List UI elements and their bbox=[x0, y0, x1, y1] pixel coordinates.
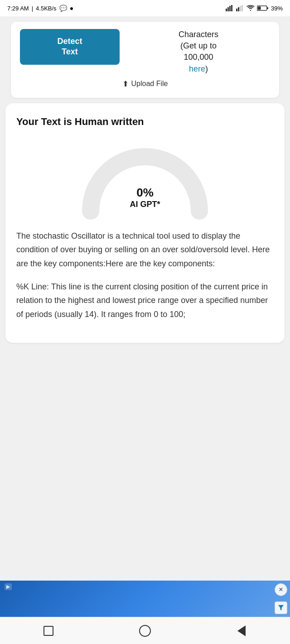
square-icon bbox=[44, 626, 53, 636]
battery-percent: 39% bbox=[271, 5, 283, 12]
top-card-inner: DetectText Characters (Get up to 100,000… bbox=[20, 29, 270, 89]
gauge-percent: 0% bbox=[130, 186, 160, 200]
svg-rect-9 bbox=[267, 7, 268, 9]
nav-square-button[interactable] bbox=[40, 623, 57, 639]
gauge-container: 0% AI GPT* bbox=[16, 139, 274, 220]
characters-link[interactable]: here bbox=[189, 64, 205, 73]
top-card: DetectText Characters (Get up to 100,000… bbox=[11, 22, 279, 98]
upload-label[interactable]: Upload File bbox=[131, 80, 168, 88]
nav-home-button[interactable] bbox=[137, 623, 153, 639]
body-paragraph-2: %K Line: This line is the current closin… bbox=[16, 280, 274, 322]
gauge-center-text: 0% AI GPT* bbox=[130, 186, 160, 209]
result-body: The stochastic Oscillator is a technical… bbox=[16, 229, 274, 322]
upload-row: ⬆ Upload File bbox=[20, 79, 270, 89]
status-right: 39% bbox=[226, 5, 283, 12]
characters-info: Characters (Get up to 100,000 here) bbox=[127, 29, 270, 75]
ad-triangle-icon: ▶ bbox=[5, 583, 12, 590]
svg-rect-10 bbox=[257, 7, 261, 10]
top-card-top-row: DetectText Characters (Get up to 100,000… bbox=[20, 29, 270, 75]
circle-icon bbox=[139, 625, 151, 637]
battery-icon bbox=[257, 5, 269, 11]
wifi-icon bbox=[246, 5, 255, 11]
characters-subtitle: (Get up to bbox=[180, 41, 217, 50]
bottom-nav bbox=[0, 617, 290, 644]
result-card: Your Text is Human written 0% AI GPT* Th… bbox=[5, 103, 285, 343]
upload-icon: ⬆ bbox=[122, 79, 129, 89]
status-time: 7:29 AM bbox=[7, 5, 29, 12]
back-triangle-icon bbox=[237, 625, 246, 636]
whatsapp-icon: 💬 bbox=[59, 5, 67, 12]
svg-rect-4 bbox=[236, 9, 237, 11]
body-paragraph-1: The stochastic Oscillator is a technical… bbox=[16, 229, 274, 271]
svg-rect-2 bbox=[229, 6, 231, 11]
svg-rect-6 bbox=[240, 6, 241, 11]
funnel-icon bbox=[278, 605, 284, 611]
status-network-speed: 4.5KB/s bbox=[36, 5, 57, 12]
svg-rect-0 bbox=[226, 9, 227, 11]
svg-rect-1 bbox=[227, 7, 229, 11]
svg-marker-11 bbox=[278, 605, 284, 610]
svg-rect-5 bbox=[238, 7, 239, 11]
nav-back-button[interactable] bbox=[233, 623, 250, 639]
chrome-icon: ● bbox=[70, 5, 73, 12]
ad-banner: ▶ × bbox=[0, 581, 290, 617]
detect-text-button[interactable]: DetectText bbox=[20, 29, 120, 65]
status-left: 7:29 AM | 4.5KB/s 💬 ● bbox=[7, 5, 73, 12]
ad-close-button[interactable]: × bbox=[275, 583, 287, 596]
characters-amount: 100,000 bbox=[184, 53, 213, 62]
ad-filter-button[interactable] bbox=[275, 601, 287, 614]
status-separator: | bbox=[32, 5, 33, 12]
result-title: Your Text is Human written bbox=[16, 116, 274, 128]
svg-rect-3 bbox=[231, 5, 232, 11]
gauge-label: AI GPT* bbox=[130, 200, 160, 209]
svg-rect-7 bbox=[242, 5, 243, 11]
status-bar: 7:29 AM | 4.5KB/s 💬 ● bbox=[0, 0, 290, 16]
characters-title: Characters bbox=[179, 30, 218, 39]
signal2-icon bbox=[236, 5, 244, 11]
signal-icon bbox=[226, 5, 234, 11]
